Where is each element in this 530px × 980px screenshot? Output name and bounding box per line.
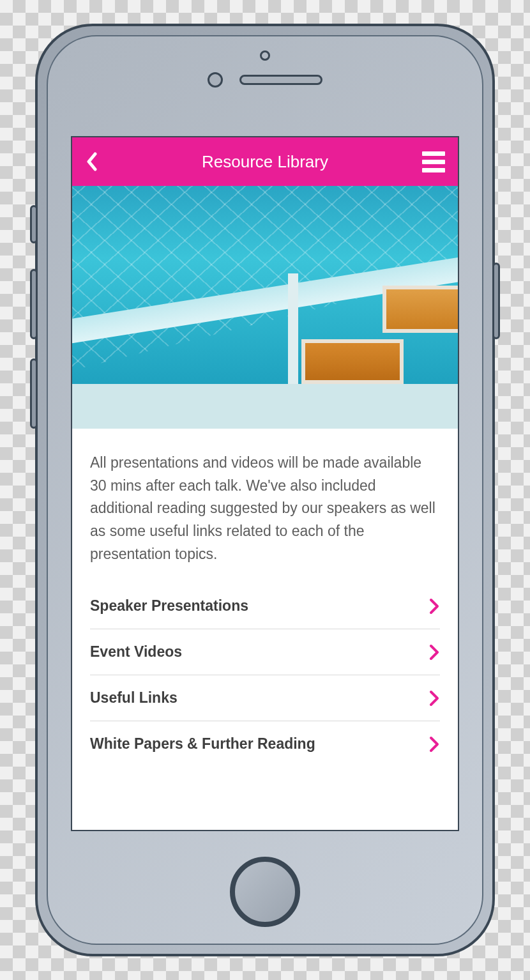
chevron-right-icon: [428, 690, 440, 707]
hamburger-icon: [422, 160, 445, 164]
chevron-right-icon: [428, 736, 440, 753]
screen: Resource Library All presentations and v…: [71, 136, 459, 831]
earpiece-row: [208, 72, 322, 88]
earpiece-speaker-icon: [239, 75, 322, 85]
list-item-label: Event Videos: [90, 643, 182, 661]
chevron-left-icon: [85, 151, 98, 172]
home-button[interactable]: [230, 857, 300, 927]
sensor-icon: [260, 50, 270, 61]
hamburger-icon: [422, 151, 445, 156]
power-button: [492, 263, 500, 339]
list-item-event-videos[interactable]: Event Videos: [90, 629, 440, 675]
description-text: All presentations and videos will be mad…: [90, 452, 440, 565]
volume-down-button: [30, 358, 38, 429]
list-item-label: Speaker Presentations: [90, 597, 248, 615]
list-item-speaker-presentations[interactable]: Speaker Presentations: [90, 583, 440, 629]
nav-bar: Resource Library: [72, 137, 458, 186]
volume-up-button: [30, 269, 38, 339]
menu-button[interactable]: [420, 151, 445, 172]
phone-frame: Resource Library All presentations and v…: [35, 24, 495, 956]
phone-bezel: Resource Library All presentations and v…: [47, 35, 483, 945]
list-item-label: Useful Links: [90, 689, 178, 707]
content-area: All presentations and videos will be mad…: [72, 429, 458, 767]
hamburger-icon: [422, 168, 445, 172]
hero-image: [72, 186, 458, 429]
list-item-white-papers[interactable]: White Papers & Further Reading: [90, 721, 440, 767]
chevron-right-icon: [428, 598, 440, 615]
list-item-label: White Papers & Further Reading: [90, 735, 315, 753]
mute-switch: [30, 205, 38, 243]
chevron-right-icon: [428, 644, 440, 661]
front-camera-icon: [208, 72, 223, 88]
list-item-useful-links[interactable]: Useful Links: [90, 675, 440, 721]
back-button[interactable]: [85, 151, 110, 172]
page-title: Resource Library: [202, 152, 328, 172]
